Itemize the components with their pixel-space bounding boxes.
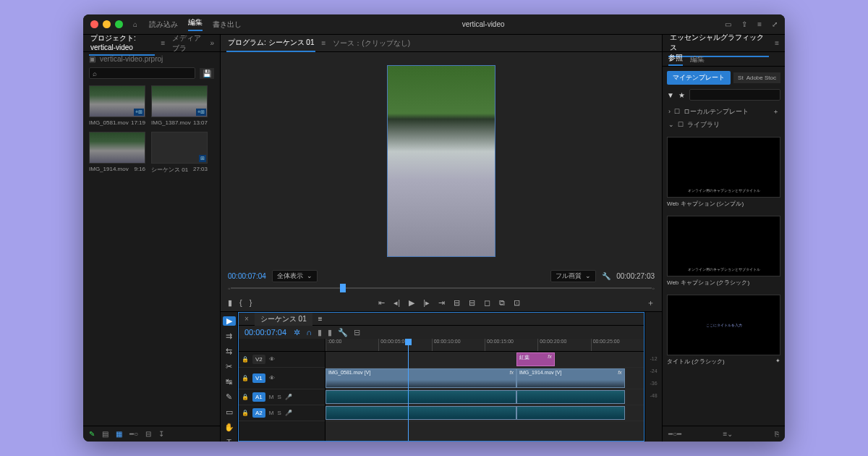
export-frame-icon[interactable]: ◻ <box>484 298 490 308</box>
track-v1-header[interactable]: 🔒 V1 👁 <box>239 368 325 389</box>
hand-tool-icon[interactable]: ✋ <box>224 423 234 432</box>
pen-tool-icon[interactable]: ✎ <box>226 392 232 402</box>
zoom-slider[interactable]: ━○ <box>129 430 138 438</box>
zoom-slider[interactable]: ━○━ <box>668 430 681 438</box>
playhead-marker[interactable] <box>340 284 346 292</box>
marker-icon[interactable]: ▮ <box>228 298 232 308</box>
lane-v2[interactable]: 紅葉fx <box>326 352 644 368</box>
tree-library[interactable]: ⌄☐ライブラリ <box>668 118 779 131</box>
lift-icon[interactable]: ⊟ <box>454 298 460 308</box>
play-icon[interactable]: ▶ <box>409 298 414 308</box>
selection-tool-icon[interactable]: ▶ <box>223 316 236 326</box>
wrench-icon[interactable]: 🔧 <box>338 328 348 337</box>
add-icon[interactable]: ＋ <box>773 107 779 117</box>
audio-clip[interactable] <box>326 390 516 404</box>
ripple-tool-icon[interactable]: ⇆ <box>226 347 232 356</box>
timeline-timecode[interactable]: 00:00:07:04 <box>244 328 286 337</box>
audio-clip[interactable] <box>516 406 625 420</box>
snap-icon[interactable]: ✲ <box>294 328 300 337</box>
workspaces-icon[interactable]: ≡ <box>757 20 762 28</box>
automate-icon[interactable]: ↧ <box>158 430 164 438</box>
sequence-tab[interactable]: シーケンス 01 <box>255 313 312 326</box>
track-a1-header[interactable]: 🔒 A1 MS🎤 <box>239 389 325 405</box>
home-icon[interactable]: ⌂ <box>133 20 137 28</box>
out-icon[interactable]: } <box>250 298 252 308</box>
bin-item[interactable]: IMG_1914.mov9:16 <box>89 132 145 174</box>
button-editor-icon[interactable]: ＋ <box>647 297 655 308</box>
track-area[interactable]: :00:0000:00:05:0000:00:10:0000:00:15:000… <box>326 339 644 441</box>
quickexport-icon[interactable]: ▭ <box>725 20 731 28</box>
mic-icon[interactable]: 🎤 <box>285 394 292 400</box>
quality-dropdown[interactable]: フル画質 ⌄ <box>550 270 596 282</box>
compare-icon[interactable]: ⧉ <box>499 298 505 308</box>
settings-icon[interactable]: ⊟ <box>354 328 360 337</box>
listview-icon[interactable]: ▤ <box>102 430 109 438</box>
maximize-window-button[interactable] <box>115 20 123 28</box>
template-item[interactable]: ここにタイトルを入力 タイトル (クラシック)✦ <box>667 295 780 368</box>
close-sequence-icon[interactable]: × <box>244 315 249 323</box>
lock-icon[interactable]: 🔒 <box>242 356 249 363</box>
panel-overflow-icon[interactable]: » <box>210 39 214 47</box>
lock-icon[interactable]: 🔒 <box>242 394 249 400</box>
filter-icon[interactable]: ▼ <box>667 91 674 99</box>
in-icon[interactable]: { <box>239 298 242 308</box>
goto-out-icon[interactable]: ⇥ <box>438 298 445 308</box>
fullscreen-icon[interactable]: ⤢ <box>772 20 778 28</box>
tab-edit[interactable]: 編集 <box>188 17 203 31</box>
freeform-icon[interactable]: ✎ <box>89 430 95 438</box>
extract-icon[interactable]: ⊟ <box>469 298 475 308</box>
tab-export[interactable]: 書き出し <box>213 20 242 30</box>
settings-icon[interactable]: 🔧 <box>602 272 610 280</box>
tab-edit[interactable]: 編集 <box>690 54 705 64</box>
adobe-stock-button[interactable]: StAdobe Stoc <box>733 72 780 83</box>
minimize-window-button[interactable] <box>103 20 111 28</box>
insert-icon[interactable]: ▮ <box>328 328 332 337</box>
fit-dropdown[interactable]: 全体表示 ⌄ <box>272 270 318 282</box>
new-bin-icon[interactable]: 💾 <box>200 68 214 79</box>
iconview-icon[interactable]: ▦ <box>116 430 122 438</box>
current-timecode[interactable]: 00:00:07:04 <box>228 272 266 280</box>
preview-area[interactable] <box>221 52 662 269</box>
video-clip[interactable]: IMG_1914.mov [V]fx <box>516 368 625 388</box>
tree-local[interactable]: ›☐ローカルテンプレート＋ <box>668 105 779 118</box>
egp-search-input[interactable] <box>689 89 780 101</box>
lock-icon[interactable]: 🔒 <box>242 375 249 381</box>
new-icon[interactable]: ⎘ <box>775 430 779 438</box>
panel-menu-icon[interactable]: ≡ <box>161 39 165 47</box>
project-search-input[interactable]: ⌕ <box>89 67 195 79</box>
graphics-clip[interactable]: 紅葉fx <box>516 352 555 366</box>
template-item[interactable]: オンライン用のキャプションとサブタイトル Web キャプション (クラシック) <box>667 216 780 289</box>
step-back-icon[interactable]: ◂| <box>393 298 400 308</box>
close-window-button[interactable] <box>90 20 98 28</box>
audio-clip[interactable] <box>516 390 625 404</box>
slip-tool-icon[interactable]: ↹ <box>226 377 232 387</box>
bin-item[interactable]: +⊞ IMG_0581.mov17:19 <box>89 85 145 126</box>
mic-icon[interactable]: 🎤 <box>285 410 292 416</box>
eye-icon[interactable]: 👁 <box>269 356 275 363</box>
type-tool-icon[interactable]: T <box>226 438 231 442</box>
video-clip[interactable]: IMG_0581.mov [V]fx <box>326 368 516 388</box>
razor-tool-icon[interactable]: ✂ <box>226 362 232 371</box>
lane-v1[interactable]: IMG_0581.mov [V]fx IMG_1914.mov [V]fx <box>326 368 644 389</box>
marker-tool-icon[interactable]: ▮ <box>318 328 322 337</box>
tab-source[interactable]: ソース：(クリップなし) <box>331 35 412 51</box>
lane-a1[interactable] <box>326 389 644 405</box>
star-icon[interactable]: ✦ <box>775 358 780 364</box>
my-templates-button[interactable]: マイテンプレート <box>667 71 731 85</box>
tab-import[interactable]: 読み込み <box>149 20 178 30</box>
goto-in-icon[interactable]: ⇤ <box>378 298 385 308</box>
share-icon[interactable]: ⇪ <box>741 20 747 28</box>
tab-browse[interactable]: 参照 <box>668 53 683 66</box>
bin-item[interactable]: ⊞ シーケンス 0127:03 <box>151 132 208 174</box>
panel-menu-icon[interactable]: ≡ <box>321 39 326 47</box>
track-a2-header[interactable]: 🔒 A2 MS🎤 <box>239 405 325 421</box>
timeline-playhead[interactable] <box>408 339 409 441</box>
track-select-tool-icon[interactable]: ⇉ <box>226 332 232 341</box>
bin-item[interactable]: +⊞ IMG_1387.mov13:07 <box>151 85 208 126</box>
favorite-icon[interactable]: ★ <box>678 91 685 99</box>
eye-icon[interactable]: 👁 <box>269 375 275 381</box>
sort-icon[interactable]: ⊟ <box>145 430 151 438</box>
tab-program[interactable]: プログラム: シーケンス 01 <box>226 35 315 52</box>
audio-clip[interactable] <box>326 406 516 420</box>
lock-icon[interactable]: 🔒 <box>242 410 249 416</box>
